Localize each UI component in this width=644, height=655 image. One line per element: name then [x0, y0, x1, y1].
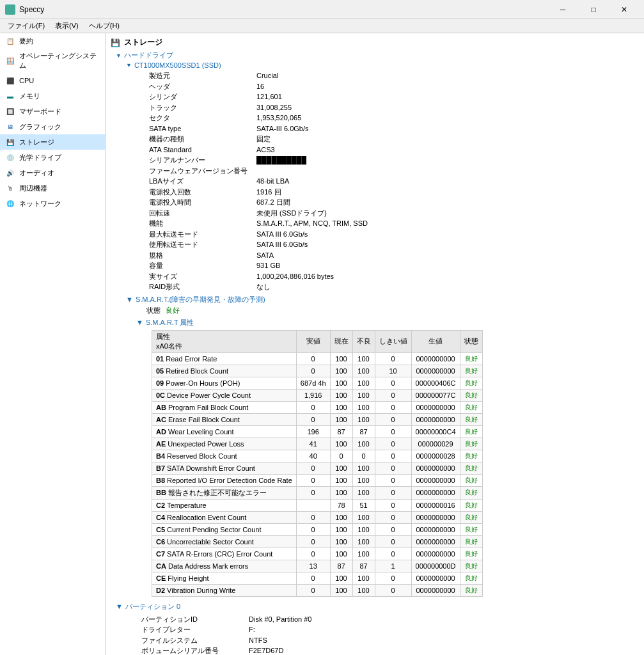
info-value: 687.2 日間 [256, 197, 290, 208]
info-value: なし [256, 281, 271, 292]
menu-file[interactable]: ファイル(F) [3, 20, 50, 32]
attr-bad: 0 [352, 450, 375, 462]
table-row: AD Wear Leveling Count 196 87 87 0 00000… [152, 425, 483, 438]
attr-bad: 100 [352, 365, 375, 377]
menu-view[interactable]: 表示(V) [50, 20, 84, 32]
col-attr: 属性xA0名件 [152, 330, 297, 352]
info-row: 機能S.M.A.R.T., APM, NCQ, TRIM, SSD [149, 218, 639, 229]
smart-section: ▼ S.M.A.R.T.(障害の早期発見・故障の予測) 状態 良好 ▼ S.M.… [126, 295, 639, 597]
attr-cur: 100 [330, 401, 352, 413]
attr-status: 良好 [460, 584, 482, 596]
attr-cur: 87 [330, 560, 352, 572]
content-area[interactable]: 💾 ストレージ ▼ ハードドライブ ▼ CT1000MX500SSD1 (SSD… [106, 33, 644, 655]
table-row: 09 Power-On Hours (POH) 687d 4h 100 100 … [152, 377, 483, 389]
info-label: 回転速 [149, 208, 251, 219]
attr-val: 1,916 [296, 389, 330, 401]
attr-thresh: 10 [375, 365, 411, 377]
hard-drive-tree[interactable]: ▼ ハードドライブ [116, 51, 639, 60]
sidebar-label-cpu: CPU [19, 77, 34, 84]
info-value: 1916 回 [256, 187, 281, 198]
attr-id-name: AD Wear Leveling Count [152, 425, 297, 438]
info-row: SATA typeSATA-III 6.0Gb/s [149, 123, 639, 134]
attr-val: 0 [296, 486, 330, 499]
sidebar-item-memory[interactable]: ▬ メモリ [0, 88, 105, 104]
attr-bad: 51 [352, 499, 375, 511]
info-row: 実サイズ1,000,204,886,016 bytes [149, 271, 639, 282]
info-label: 電源投入時間 [149, 197, 251, 208]
attr-raw: 0000000000 [411, 413, 460, 425]
summary-icon: 📋 [5, 36, 15, 46]
smart-status-label: 状態 [146, 306, 161, 315]
sidebar-item-motherboard[interactable]: 🔲 マザーボード [0, 104, 105, 119]
sidebar-item-summary[interactable]: 📋 要約 [0, 33, 105, 49]
attr-bad: 100 [352, 548, 375, 560]
sidebar-label-summary: 要約 [19, 36, 33, 46]
info-label: シリアルナンバー [149, 155, 251, 166]
attr-thresh: 0 [375, 462, 411, 474]
title-bar: Speccy ─ □ ✕ [0, 0, 644, 19]
smart-title[interactable]: ▼ S.M.A.R.T.(障害の早期発見・故障の予測) [126, 295, 639, 304]
memory-icon: ▬ [5, 91, 15, 101]
attr-bad: 100 [352, 389, 375, 401]
sidebar-label-optical: 光学ドライブ [19, 153, 61, 162]
attr-status: 良好 [460, 511, 482, 523]
info-label: トラック [149, 102, 251, 113]
info-label: セクタ [149, 113, 251, 123]
table-row: 01 Read Error Rate 0 100 100 0 000000000… [152, 352, 483, 365]
info-label: SATA type [149, 123, 251, 134]
sidebar-item-optical[interactable]: 💿 光学ドライブ [0, 150, 105, 165]
attr-id-name: D2 Vibration During Write [152, 584, 297, 596]
drive-label-tree[interactable]: ▼ CT1000MX500SSD1 (SSD) [126, 61, 639, 69]
info-row: シリアルナンバー██████████ [149, 155, 639, 166]
sidebar-item-cpu[interactable]: ⬛ CPU [0, 73, 105, 88]
attr-status: 良好 [460, 365, 482, 377]
minimize-button[interactable]: ─ [548, 0, 577, 19]
attr-thresh: 0 [375, 474, 411, 486]
table-row: CE Flying Height 0 100 100 0 0000000000 … [152, 572, 483, 584]
optical-icon: 💿 [5, 152, 15, 162]
table-row: CA Data Address Mark errors 13 87 87 1 0… [152, 560, 483, 572]
sidebar-item-graphics[interactable]: 🖥 グラフィック [0, 119, 105, 134]
app-icon [5, 4, 15, 15]
attr-bad: 100 [352, 401, 375, 413]
sidebar-item-network[interactable]: 🌐 ネットワーク [0, 196, 105, 211]
attr-status: 良好 [460, 523, 482, 535]
attr-id-name: C5 Current Pending Sector Count [152, 523, 297, 535]
info-label: ATA Standard [149, 145, 251, 155]
partition-value: F: [249, 624, 255, 635]
sidebar-item-audio[interactable]: 🔊 オーディオ [0, 165, 105, 180]
attr-id-name: B8 Reported I/O Error Detection Code Rat… [152, 474, 297, 486]
sidebar-item-os[interactable]: 🪟 オペレーティングシステム [0, 49, 105, 73]
partition-title[interactable]: ▼ パーティション 0 [116, 602, 639, 612]
maximize-button[interactable]: □ [579, 0, 608, 19]
tree-arrow: ▼ [116, 52, 122, 59]
smart-attr-title[interactable]: ▼ S.M.A.R.T 属性 [136, 318, 639, 328]
attr-raw: 0000000000 [411, 474, 460, 486]
close-button[interactable]: ✕ [609, 0, 639, 19]
attr-cur: 100 [330, 438, 352, 450]
partition-row: ドライブレターF: [141, 624, 639, 635]
attr-bad: 100 [352, 438, 375, 450]
menu-bar: ファイル(F) 表示(V) ヘルプ(H) [0, 19, 644, 33]
sidebar-label-graphics: グラフィック [19, 122, 61, 132]
partition-info: パーティションIDDisk #0, Partition #0ドライブレターF:フ… [141, 614, 639, 656]
table-row: B4 Reserved Block Count 40 0 0 0 0000000… [152, 450, 483, 462]
attr-thresh: 0 [375, 572, 411, 584]
attr-status: 良好 [460, 401, 482, 413]
info-row: 容量931 GB [149, 260, 639, 271]
attr-thresh: 0 [375, 438, 411, 450]
attr-raw: 00000000C4 [411, 425, 460, 438]
menu-help[interactable]: ヘルプ(H) [84, 20, 125, 32]
section-icon: 💾 [111, 38, 120, 47]
sidebar-item-storage[interactable]: 💾 ストレージ [0, 134, 105, 150]
attr-status: 良好 [460, 425, 482, 438]
table-row: C5 Current Pending Sector Count 0 100 10… [152, 523, 483, 535]
attr-thresh: 0 [375, 413, 411, 425]
attr-raw: 0000000000 [411, 462, 460, 474]
sidebar-item-peripheral[interactable]: 🖱 周辺機器 [0, 180, 105, 196]
smart-table-wrapper: 属性xA0名件 実値 現在 不良 しきい値 生値 状態 01 Read Erro… [152, 330, 639, 597]
attr-raw: 0000000000 [411, 401, 460, 413]
attr-thresh: 0 [375, 499, 411, 511]
attr-status: 良好 [460, 474, 482, 486]
info-value: 931 GB [256, 260, 280, 271]
